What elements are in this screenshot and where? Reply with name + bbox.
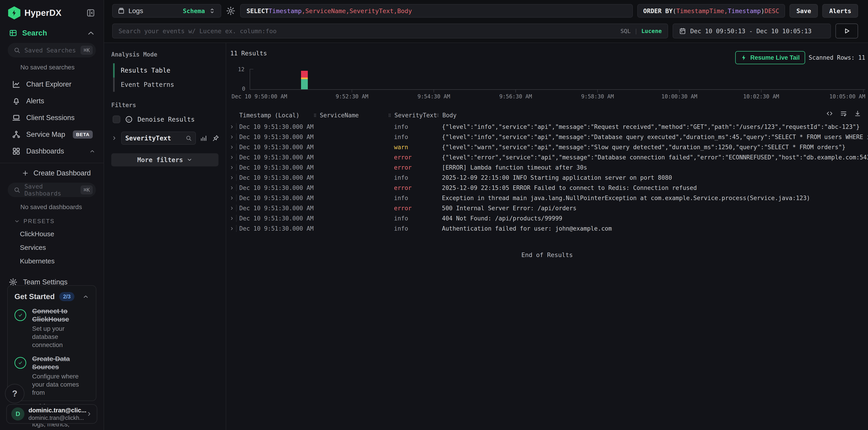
chevron-right-icon[interactable] xyxy=(229,124,234,129)
pin-icon[interactable] xyxy=(212,134,219,142)
cell-body: {"level":"info","service":"api","message… xyxy=(438,124,868,130)
create-dashboard-button[interactable]: Create Dashboard xyxy=(0,163,103,183)
table-row[interactable]: Dec 10 9:51:30.000 AMinfoException in th… xyxy=(226,193,868,203)
help-button[interactable]: ? xyxy=(5,384,24,403)
row-expander[interactable] xyxy=(226,223,237,234)
mode-results-table[interactable]: Results Table xyxy=(111,63,218,77)
column-header-label: Body xyxy=(442,112,457,119)
chevron-right-icon[interactable] xyxy=(229,216,234,221)
sidebar-item-chart-explorer[interactable]: Chart Explorer xyxy=(0,76,103,93)
event-search-input[interactable]: Search your events w/ Lucene ex. column:… xyxy=(112,24,668,38)
y-tick-zero: 0 xyxy=(242,86,245,92)
column-header-body[interactable]: Body xyxy=(438,112,868,119)
chevron-right-icon[interactable] xyxy=(229,175,234,180)
source-settings-gear-icon[interactable] xyxy=(226,6,236,16)
user-card[interactable]: D dominic.tran@clic... dominic.tran@clic… xyxy=(6,404,97,424)
row-expander[interactable] xyxy=(226,142,237,152)
chevron-right-icon[interactable] xyxy=(229,155,234,160)
table-row[interactable]: Dec 10 9:51:30.000 AMwarn{"level":"warn"… xyxy=(226,142,868,152)
save-button[interactable]: Save xyxy=(789,4,818,18)
table-row[interactable]: Dec 10 9:51:30.000 AMerror{"level":"erro… xyxy=(226,152,868,162)
column-header-severitytext[interactable]: SeverityText xyxy=(390,112,438,119)
chevron-right-icon[interactable] xyxy=(229,186,234,190)
chevron-up-icon[interactable] xyxy=(86,29,95,37)
preset-item-services[interactable]: Services xyxy=(0,241,103,254)
get-started-title: Get Started xyxy=(14,292,55,301)
drag-handle-icon[interactable] xyxy=(435,113,440,118)
field-chart-icon[interactable] xyxy=(200,134,207,142)
resume-live-tail-button[interactable]: Resume Live Tail xyxy=(735,51,805,64)
table-row[interactable]: Dec 10 9:51:30.000 AMerror2025-12-09 22:… xyxy=(226,183,868,193)
saved-dashboards-input[interactable]: Saved Dashboards ⌘K xyxy=(8,183,96,197)
run-query-button[interactable] xyxy=(835,24,858,38)
chevron-up-icon[interactable] xyxy=(89,148,95,155)
chevron-right-icon[interactable] xyxy=(229,134,234,139)
date-range-picker[interactable]: Dec 10 09:50:13 - Dec 10 10:05:13 xyxy=(673,24,831,38)
cell-timestamp: Dec 10 9:51:30.000 AM xyxy=(237,124,316,130)
table-row[interactable]: Dec 10 9:51:30.000 AMinfo2025-12-09 22:1… xyxy=(226,172,868,183)
content-row: Analysis Mode Results TableEvent Pattern… xyxy=(104,43,868,430)
drag-handle-icon[interactable] xyxy=(313,113,317,118)
mode-event-patterns[interactable]: Event Patterns xyxy=(111,77,218,92)
filter-field-search-input[interactable]: SeverityText xyxy=(121,132,196,145)
chevron-right-icon[interactable] xyxy=(229,226,234,231)
more-filters-button[interactable]: More filters xyxy=(111,153,218,166)
orderby-clause-input[interactable]: ORDER BY (TimestampTime, Timestamp) DESC xyxy=(637,4,785,18)
row-expander[interactable] xyxy=(226,203,237,213)
row-expander[interactable] xyxy=(226,172,237,183)
sql-toggle[interactable]: SQL xyxy=(620,28,630,34)
table-header: Timestamp (Local)ServiceNameSeverityText… xyxy=(226,110,868,120)
table-row[interactable]: Dec 10 9:51:30.000 AMinfo404 Not Found: … xyxy=(226,213,868,223)
cell-body: 2025-12-09 22:15:05 ERROR Failed to conn… xyxy=(438,185,868,191)
column-header-timestamp-local-[interactable]: Timestamp (Local) xyxy=(237,112,316,119)
alerts-button[interactable]: Alerts xyxy=(822,4,858,18)
cell-severitytext: info xyxy=(390,195,438,201)
table-row[interactable]: Dec 10 9:51:30.000 AMinfo{"level":"info"… xyxy=(226,122,868,132)
table-row[interactable]: Dec 10 9:51:30.000 AMinfoAuthentication … xyxy=(226,223,868,234)
row-expander[interactable] xyxy=(226,213,237,223)
sidebar-collapse-icon[interactable] xyxy=(86,8,95,18)
histogram-bar[interactable] xyxy=(301,71,308,90)
preset-item-clickhouse[interactable]: ClickHouse xyxy=(0,227,103,241)
denoise-checkbox[interactable] xyxy=(113,115,120,123)
chevron-up-icon[interactable] xyxy=(82,293,89,300)
chevron-right-icon[interactable] xyxy=(229,206,234,211)
sidebar: HyperDX Search Saved Searches ⌘K No save… xyxy=(0,0,104,430)
get-started-header[interactable]: Get Started 2/3 xyxy=(14,292,89,301)
get-started-task-create-data-sources[interactable]: Create Data SourcesConfigure where your … xyxy=(14,355,89,397)
chevron-right-icon[interactable] xyxy=(229,145,234,150)
table-row[interactable]: Dec 10 9:51:30.000 AMerror500 Internal S… xyxy=(226,203,868,213)
row-expander[interactable] xyxy=(226,193,237,203)
x-tick-label: 10:05:00 AM xyxy=(829,93,865,100)
row-expander[interactable] xyxy=(226,132,237,142)
app-title: HyperDX xyxy=(24,8,62,18)
sidebar-nav: Chart ExplorerAlertsClient SessionsServi… xyxy=(0,73,103,160)
chevron-right-icon[interactable] xyxy=(229,196,234,201)
sidebar-item-alerts[interactable]: Alerts xyxy=(0,93,103,109)
source-selector[interactable]: Logs Schema xyxy=(112,4,221,18)
sidebar-item-dashboards[interactable]: Dashboards xyxy=(0,143,103,160)
search-table-icon xyxy=(9,29,18,37)
denoise-results-toggle[interactable]: Denoise Results xyxy=(113,115,218,124)
sidebar-item-service-map[interactable]: Service MapBETA xyxy=(0,126,103,143)
select-clause-input[interactable]: SELECT Timestamp,ServiceName,SeverityTex… xyxy=(240,4,633,18)
row-expander[interactable] xyxy=(226,122,237,132)
events-histogram[interactable]: 12 0 Dec 10 9:50:00 AM9:52:30 AM9:54:30 … xyxy=(250,69,864,89)
row-expander[interactable] xyxy=(226,183,237,193)
preset-item-kubernetes[interactable]: Kubernetes xyxy=(0,254,103,268)
drag-handle-icon[interactable] xyxy=(387,113,392,118)
row-expander[interactable] xyxy=(226,162,237,172)
expand-filter-icon[interactable] xyxy=(111,135,117,141)
table-row[interactable]: Dec 10 9:51:30.000 AMerror[ERROR] Lambda… xyxy=(226,162,868,172)
chevron-right-icon[interactable] xyxy=(229,165,234,170)
get-started-task-connect-to-clickhouse[interactable]: Connect to ClickHouseSet up your databas… xyxy=(14,307,89,349)
sidebar-item-search[interactable]: Search xyxy=(0,23,103,43)
row-expander[interactable] xyxy=(226,152,237,162)
column-header-servicename[interactable]: ServiceName xyxy=(316,112,390,119)
x-axis xyxy=(250,89,865,90)
sidebar-item-client-sessions[interactable]: Client Sessions xyxy=(0,109,103,126)
table-row[interactable]: Dec 10 9:51:30.000 AMinfo{"level":"info"… xyxy=(226,132,868,142)
presets-header[interactable]: PRESETS xyxy=(0,212,103,227)
saved-searches-input[interactable]: Saved Searches ⌘K xyxy=(8,43,96,58)
lucene-toggle[interactable]: Lucene xyxy=(641,28,662,34)
